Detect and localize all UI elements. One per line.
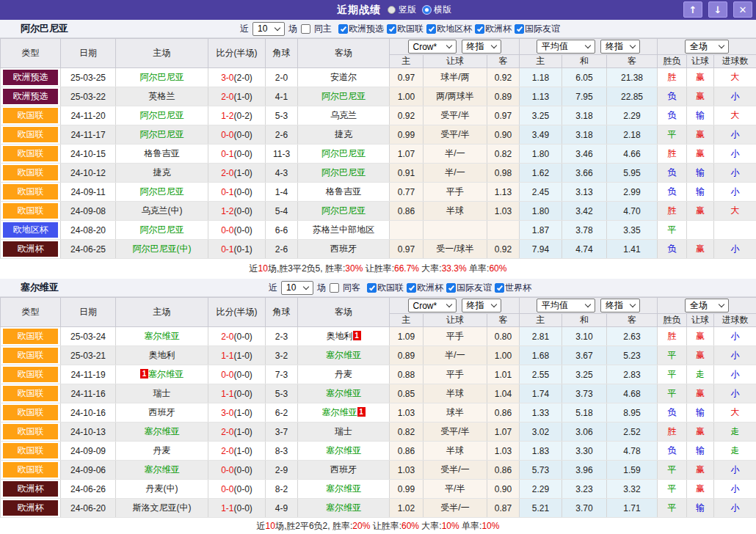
match-count-select[interactable]: 10 xyxy=(281,281,313,295)
final-index-select[interactable]: 终指 xyxy=(462,40,501,54)
final-index-select-2[interactable]: 终指 xyxy=(600,40,640,54)
cell-type: 欧国联 xyxy=(1,442,61,461)
team-name: 塞尔维亚 xyxy=(326,388,361,398)
match-row: 欧国联25-03-24塞尔维亚2-0(0-0)2-3奥地利11.09平手0.80… xyxy=(1,327,756,346)
cell-corner: 3-2 xyxy=(266,346,298,365)
move-down-button[interactable]: ↓ xyxy=(708,1,727,18)
league-checkbox[interactable] xyxy=(495,283,504,293)
match-row: 欧国联24-09-06塞尔维亚0-0(0-0)2-9西班牙1.03受半/一0.8… xyxy=(1,461,756,480)
cell-result: 平 xyxy=(658,365,687,384)
cell-avg-home: 1.33 xyxy=(520,403,562,423)
cell-date: 24-09-06 xyxy=(61,461,116,480)
cell-avg-draw: 3.66 xyxy=(562,164,607,183)
final-index-value-2: 终指 xyxy=(606,299,623,312)
result-text: 小 xyxy=(731,167,740,178)
cell-away: 塞尔维亚 xyxy=(298,346,390,365)
team-name: 西班牙 xyxy=(330,464,357,475)
result-text: 胜 xyxy=(668,148,677,158)
check-icon xyxy=(448,284,454,290)
cell-handicap-result: 赢 xyxy=(687,346,714,365)
cell-odds-home: 0.97 xyxy=(390,240,424,259)
cell-goals-result: 大 xyxy=(714,106,756,125)
competition-badge: 欧洲杯 xyxy=(3,241,58,257)
close-button[interactable]: ✕ xyxy=(733,1,752,18)
average-select[interactable]: 平均值 xyxy=(537,299,595,312)
cell-odds-away: 0.89 xyxy=(487,87,520,106)
league-checkbox[interactable] xyxy=(446,283,456,293)
window-buttons: ↑ ↓ ✕ xyxy=(683,1,752,18)
league-checkbox[interactable] xyxy=(338,24,348,34)
cell-home: 1塞尔维亚 xyxy=(116,365,208,384)
league-checkbox[interactable] xyxy=(515,24,524,34)
scope-select[interactable]: 全场 xyxy=(685,40,729,54)
cell-score: 3-0(2-0) xyxy=(208,68,266,87)
cell-avg-home: 3.02 xyxy=(520,423,562,442)
cell-date: 24-10-16 xyxy=(61,403,116,423)
cell-avg-draw: 6.05 xyxy=(562,68,607,87)
half-time-score: (0-0) xyxy=(234,206,252,216)
average-select[interactable]: 平均值 xyxy=(537,40,595,54)
final-index-select-2[interactable]: 终指 xyxy=(600,299,640,312)
filter-bar: 阿尔巴尼亚 近 10 场 同主 欧洲预选欧国联欧地区杯欧洲杯国际友谊 xyxy=(0,20,756,38)
match-count-select[interactable]: 10 xyxy=(252,22,285,36)
bookmaker-select[interactable]: Crow* xyxy=(408,40,457,54)
col-header-corner: 角球 xyxy=(266,39,298,68)
average-value: 平均值 xyxy=(542,40,568,53)
chevron-down-icon xyxy=(446,43,451,48)
radio-horizontal[interactable] xyxy=(423,6,431,14)
cell-avg-draw: 3.42 xyxy=(562,202,607,221)
cell-score: 1-1(1-0) xyxy=(208,346,266,365)
cell-avg-home: 1.80 xyxy=(520,145,562,164)
col-header-avg-away: 客 xyxy=(607,314,658,327)
cell-result: 平 xyxy=(658,221,687,240)
cell-goals-result: 小 xyxy=(714,499,756,518)
league-checkbox[interactable] xyxy=(367,283,377,293)
cell-goals-result: 小 xyxy=(714,125,756,145)
cell-type: 欧国联 xyxy=(1,365,61,384)
result-text: 平 xyxy=(668,224,677,235)
cell-corner: 8-2 xyxy=(266,480,298,499)
result-text: 平 xyxy=(668,483,677,494)
team-name: 阿尔巴尼亚 xyxy=(140,186,184,197)
cell-score: 2-0(1-0) xyxy=(208,87,266,106)
result-text: 小 xyxy=(731,91,740,101)
cell-odds-home: 1.09 xyxy=(390,327,424,346)
team-name: 阿尔巴尼亚(中) xyxy=(133,244,192,254)
cell-handicap: 半球 xyxy=(424,384,487,403)
cell-away: 格鲁吉亚 xyxy=(298,183,390,202)
league-label: 欧洲预选 xyxy=(349,23,384,35)
scope-select[interactable]: 全场 xyxy=(685,299,729,312)
cell-avg-away: 2.52 xyxy=(607,423,658,442)
col-header-avg-draw: 和 xyxy=(562,314,607,327)
near-label: 近 xyxy=(240,23,249,35)
cell-date: 24-11-17 xyxy=(61,125,116,145)
competition-badge: 欧国联 xyxy=(3,127,58,142)
cell-goals-result: 大 xyxy=(714,202,756,221)
radio-vertical[interactable] xyxy=(388,6,396,14)
summary-text: 10 xyxy=(266,521,275,531)
team-name: 乌克兰 xyxy=(330,110,357,120)
summary-text: 大率: xyxy=(419,263,442,274)
cell-odds-home: 1.03 xyxy=(390,403,424,423)
summary-text: 场,胜3平2负5, 胜率: xyxy=(268,263,345,274)
final-index-select[interactable]: 终指 xyxy=(462,299,501,312)
cell-type: 欧国联 xyxy=(1,346,61,365)
league-checkbox[interactable] xyxy=(407,283,416,293)
full-time-score: 2-0 xyxy=(221,332,233,342)
cell-score: 2-0(1-0) xyxy=(208,164,266,183)
same-venue-checkbox[interactable] xyxy=(301,24,310,34)
cell-home: 丹麦 xyxy=(116,442,208,461)
full-time-score: 1-1 xyxy=(221,351,233,361)
cell-corner: 5-4 xyxy=(266,202,298,221)
league-checkbox[interactable] xyxy=(387,24,396,34)
same-venue-checkbox[interactable] xyxy=(330,283,339,293)
cell-odds-away: 0.92 xyxy=(487,68,520,87)
cell-handicap: 球半 xyxy=(424,403,487,423)
cell-home: 阿尔巴尼亚 xyxy=(116,183,208,202)
cell-avg-draw: 3.18 xyxy=(562,125,607,145)
bookmaker-select[interactable]: Crow* xyxy=(408,299,457,312)
move-up-button[interactable]: ↑ xyxy=(683,1,702,18)
games-label: 场 xyxy=(288,23,297,35)
league-checkbox[interactable] xyxy=(475,24,484,34)
league-checkbox[interactable] xyxy=(426,24,436,34)
